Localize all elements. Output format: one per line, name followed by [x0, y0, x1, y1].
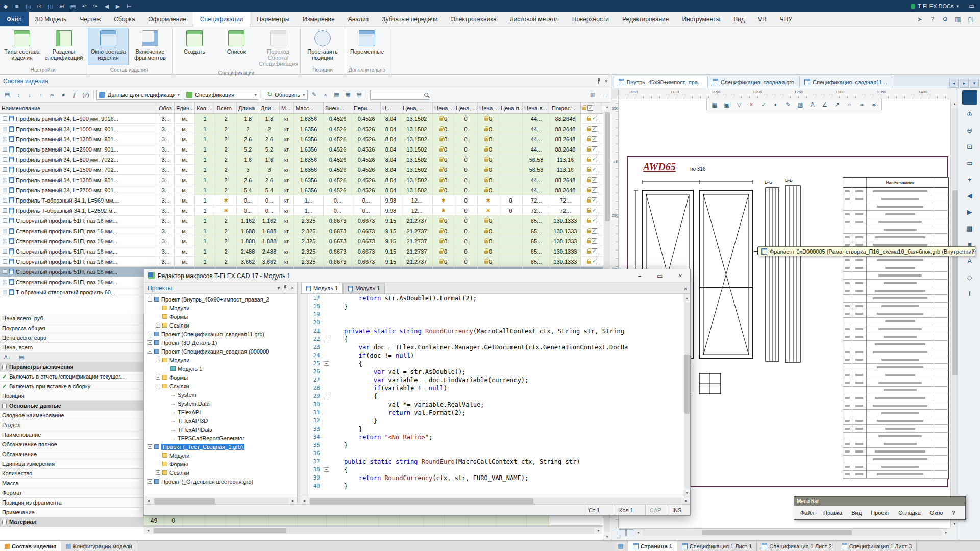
search-input[interactable]	[372, 92, 423, 98]
table-row[interactable]: Профиль Т-образный 34.1, L=2592 м...3...…	[0, 206, 611, 216]
tree-item-3[interactable]: +Ссылки	[144, 321, 297, 330]
pin-icon[interactable]	[596, 78, 601, 84]
ribbon-tab-10[interactable]: Электротехника	[444, 12, 503, 26]
column-header[interactable]: Дли...	[259, 103, 280, 113]
scroll-left-icon[interactable]: ◂	[144, 527, 152, 535]
pan-icon[interactable]: +	[962, 172, 977, 186]
tree-item-9[interactable]: +Формы	[144, 373, 297, 382]
tflex-docs-button[interactable]: T-FLEX DOCs ▾	[905, 3, 964, 9]
zoom-all-icon[interactable]: ▭	[962, 156, 977, 170]
column-header[interactable]: Цена, ...	[401, 103, 433, 113]
app-logo-icon[interactable]: ◆	[0, 1, 11, 11]
projects-hscrollbar[interactable]: ◂ ▸	[144, 497, 297, 504]
property-row[interactable]: ✓Включать при вставке в сборку	[0, 382, 143, 391]
menu-item-4[interactable]: Отладка	[894, 508, 925, 517]
close-button[interactable]: ×	[964, 12, 980, 24]
table-hscrollbar[interactable]: ◂ ▸	[144, 526, 603, 534]
sort-az-icon[interactable]: А↓	[2, 353, 12, 362]
axis-icon[interactable]: ∗	[868, 99, 879, 110]
scroll-down-icon[interactable]: ▾	[603, 532, 611, 540]
maximize-button[interactable]: ▭	[964, 0, 980, 12]
page-tab-0[interactable]: Страница 1	[628, 541, 677, 551]
tree-item-20[interactable]: +Ссылки	[144, 468, 297, 477]
row-checkbox[interactable]: ✓	[592, 238, 597, 244]
tree-expand-icon[interactable]: +	[148, 340, 152, 345]
fold-collapse-icon[interactable]: −	[324, 361, 329, 366]
column-header[interactable]: Цена, ...	[433, 103, 454, 113]
table-row[interactable]: Створчатый профиль 51П, паз 16 мм...3...…	[0, 216, 611, 226]
zoom-in-icon[interactable]: ⊕	[962, 107, 977, 121]
row-checkbox[interactable]: ✓	[592, 177, 597, 183]
unlink-icon[interactable]: ≠	[58, 90, 68, 100]
property-row[interactable]: ✓Включать в отчеты/спецификации текущег.…	[0, 372, 143, 382]
scroll-right-icon[interactable]: ▸	[942, 529, 950, 537]
tree-collapse-icon[interactable]: −	[148, 444, 152, 449]
property-row[interactable]: Обозначение полное	[0, 440, 143, 449]
selector-filter-icon[interactable]: ▽	[733, 99, 745, 110]
scroll-up-icon[interactable]: ▴	[603, 103, 611, 111]
menu-item-2[interactable]: Вид	[847, 508, 866, 517]
collapse-icon[interactable]: −	[2, 404, 7, 408]
tree-item-15[interactable]: →TFlexAPIData	[144, 425, 297, 434]
specification-list-button[interactable]: Список	[216, 28, 257, 65]
table-row[interactable]: Створчатый профиль 51П, паз 16 мм...3...…	[0, 246, 611, 257]
property-row[interactable]: Количество	[0, 469, 143, 479]
tree-collapse-icon[interactable]: −	[156, 384, 160, 388]
property-row[interactable]: Раздел	[0, 420, 143, 430]
column-header[interactable]: Цена, ...	[478, 103, 499, 113]
sum-icon[interactable]: (√)	[81, 90, 91, 100]
row-checkbox[interactable]: ✓	[592, 228, 597, 234]
ribbon-tab-5[interactable]: Спецификации	[193, 12, 250, 27]
table-row[interactable]: Створчатый профиль 51П, паз 16 мм...3...…	[0, 257, 611, 267]
fold-collapse-icon[interactable]: −	[324, 467, 329, 472]
hatch-icon[interactable]: ▨	[795, 99, 806, 110]
tab-scroll-left-icon[interactable]: ◂	[949, 79, 959, 88]
page-layout-icon[interactable]	[626, 529, 633, 536]
structure-tree-icon[interactable]: ▤	[2, 90, 12, 100]
panel-tab-0[interactable]: Состав изделия	[0, 541, 61, 551]
menu-item-1[interactable]: Правка	[819, 508, 847, 517]
tree-item-4[interactable]: +Проект (Спецификация_сводная11.grb)	[144, 330, 297, 338]
property-row[interactable]: Единица измерения	[0, 459, 143, 469]
row-checkbox[interactable]: ✓	[592, 126, 597, 132]
tree-item-13[interactable]: →TFlexAPI	[144, 408, 297, 416]
refresh-button[interactable]: ↻ Обновить ▾	[265, 90, 308, 100]
full-screen-icon[interactable]: ◇	[962, 270, 977, 284]
fragments-inclusion-button[interactable]: Включение фрагментов	[130, 28, 170, 65]
document-tab-1[interactable]: Спецификация_сводная.grb	[707, 76, 799, 88]
tree-item-12[interactable]: →System.Data	[144, 399, 297, 408]
column-header[interactable]: Длина	[237, 103, 259, 113]
menu-item-3[interactable]: Проект	[866, 508, 894, 517]
property-row[interactable]: Масса	[0, 479, 143, 488]
collapse-icon[interactable]: −	[2, 520, 7, 524]
row-checkbox[interactable]: ✓	[592, 197, 597, 203]
previous-view-icon[interactable]: ◀	[962, 188, 977, 203]
module-tab-1[interactable]: Модуль 1	[343, 283, 385, 293]
search-icon[interactable]	[424, 93, 428, 97]
tree-item-16[interactable]: →TFPSCadReportGenerator	[144, 434, 297, 442]
snap-modes-icon[interactable]: ▣	[721, 99, 732, 110]
column-header[interactable]: Покрас...	[550, 103, 581, 113]
table-view-icon[interactable]: ▦	[332, 90, 342, 100]
panel-tab-1[interactable]: Конфигурации модели	[61, 541, 137, 551]
column-header[interactable]: Един...	[175, 103, 195, 113]
tree-expand-icon[interactable]: +	[156, 470, 160, 475]
macro-close-button[interactable]: ×	[672, 270, 689, 282]
row-checkbox[interactable]: ✓	[592, 187, 597, 193]
zoom-out-icon[interactable]: ⊖	[962, 123, 977, 137]
spline-icon[interactable]: ≈	[856, 99, 867, 110]
specification-combo[interactable]: Спецификация ▾	[184, 90, 259, 100]
ribbon-tab-1[interactable]: 3D Модель	[29, 12, 74, 26]
ribbon-tab-9[interactable]: Зубчатые передачи	[375, 12, 444, 26]
construction-lines-icon[interactable]: ◐	[770, 99, 781, 110]
scroll-right-icon[interactable]: ▸	[595, 527, 603, 535]
data-source-combo[interactable]: Данные для спецификации ▾	[96, 90, 182, 100]
fold-collapse-icon[interactable]: −	[324, 394, 329, 398]
measure-icon[interactable]: ⊢	[124, 1, 135, 11]
table-row[interactable]: Створчатый профиль 51П, паз 16 мм...3...…	[0, 236, 611, 246]
table-row[interactable]: Профиль Т-образный 34.1, L=569 мм,...3..…	[0, 195, 611, 206]
ribbon-tab-16[interactable]: VR	[751, 12, 773, 26]
property-row[interactable]: Наименование	[0, 430, 143, 440]
zoom-window-icon[interactable]: ⊡	[962, 139, 977, 154]
tab-menu-icon[interactable]: ▾	[970, 79, 979, 88]
